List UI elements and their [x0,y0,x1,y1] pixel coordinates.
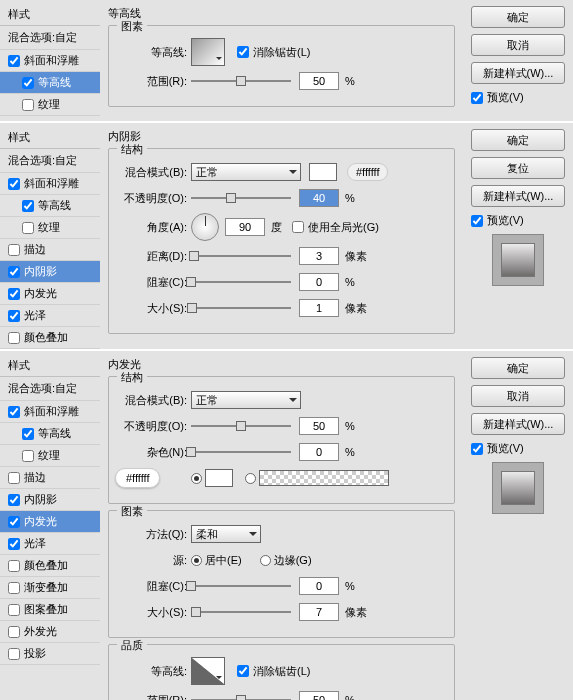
choke-slider[interactable] [191,275,291,289]
fieldset-structure: 结构 混合模式(B): 正常 #ffffff 不透明度(O): % 角度(A):… [108,148,455,334]
noise-input[interactable] [299,443,339,461]
preview-checkbox[interactable] [471,443,483,455]
choke-input[interactable] [299,273,339,291]
distance-input[interactable] [299,247,339,265]
size-slider[interactable] [191,301,291,315]
contour-picker[interactable] [191,657,225,685]
sidebar-item-pattern-overlay[interactable]: 图案叠加 [0,599,100,621]
new-style-button[interactable]: 新建样式(W)... [471,413,565,435]
style-sidebar: 样式 混合选项:自定 斜面和浮雕 等高线 纹理 描边 内阴影 内发光 光泽 颜色… [0,123,100,349]
choke-slider[interactable] [191,579,291,593]
size-input[interactable] [299,299,339,317]
opacity-slider[interactable] [191,191,291,205]
sidebar-item-satin[interactable]: 光泽 [0,533,100,555]
sidebar-item-texture[interactable]: 纹理 [0,217,100,239]
sidebar-item-contour[interactable]: 等高线 [0,423,100,445]
sidebar-item-texture[interactable]: 纹理 [0,445,100,467]
size-input[interactable] [299,603,339,621]
panel-contour: 样式 混合选项:自定 斜面和浮雕 等高线 纹理 等高线 图素 等高线: 消除锯齿… [0,0,573,123]
source-edge-radio[interactable] [260,555,271,566]
right-column: 确定 复位 新建样式(W)... 预览(V) [463,123,573,349]
preview-checkbox[interactable] [471,92,483,104]
cancel-button[interactable]: 取消 [471,385,565,407]
preview-thumb [492,462,544,514]
new-style-button[interactable]: 新建样式(W)... [471,62,565,84]
ok-button[interactable]: 确定 [471,129,565,151]
global-light-checkbox[interactable] [292,221,304,233]
sidebar-item-inner-shadow[interactable]: 内阴影 [0,489,100,511]
contour-picker[interactable] [191,38,225,66]
opacity-input[interactable] [299,417,339,435]
blend-mode-select[interactable]: 正常 [191,163,301,181]
panel-inner-shadow: 样式 混合选项:自定 斜面和浮雕 等高线 纹理 描边 内阴影 内发光 光泽 颜色… [0,123,573,351]
ok-button[interactable]: 确定 [471,357,565,379]
anti-alias-checkbox[interactable] [237,46,249,58]
sidebar-item-contour[interactable]: 等高线 [0,72,100,94]
new-style-button[interactable]: 新建样式(W)... [471,185,565,207]
blend-options[interactable]: 混合选项:自定 [0,26,100,50]
sidebar-item-bevel[interactable]: 斜面和浮雕 [0,173,100,195]
sidebar-item-stroke[interactable]: 描边 [0,239,100,261]
angle-input[interactable] [225,218,265,236]
opacity-slider[interactable] [191,419,291,433]
fieldset-elements: 图素 等高线: 消除锯齿(L) 范围(R): % [108,25,455,107]
sidebar-item-bevel[interactable]: 斜面和浮雕 [0,50,100,72]
color-hex-callout: #ffffff [347,163,388,181]
sidebar-item-stroke[interactable]: 描边 [0,467,100,489]
range-slider[interactable] [191,74,291,88]
choke-input[interactable] [299,577,339,595]
color-swatch[interactable] [309,163,337,181]
anti-alias-label[interactable]: 消除锯齿(L) [253,45,310,60]
main-inner-shadow: 内阴影 结构 混合模式(B): 正常 #ffffff 不透明度(O): % 角度… [100,123,463,349]
opacity-input[interactable] [299,189,339,207]
distance-slider[interactable] [191,249,291,263]
reset-button[interactable]: 复位 [471,157,565,179]
range-label: 范围(R): [119,74,191,89]
ok-button[interactable]: 确定 [471,6,565,28]
style-sidebar: 样式 混合选项:自定 斜面和浮雕 等高线 纹理 描边 内阴影 内发光 光泽 颜色… [0,351,100,700]
fieldset-structure: 结构 混合模式(B): 正常 不透明度(O): % 杂色(N): % #ffff… [108,376,455,504]
right-column: 确定 取消 新建样式(W)... 预览(V) [463,0,573,121]
sidebar-item-outer-glow[interactable]: 外发光 [0,621,100,643]
blend-mode-select[interactable]: 正常 [191,391,301,409]
main-contour: 等高线 图素 等高线: 消除锯齿(L) 范围(R): % [100,0,463,121]
source-center-radio[interactable] [191,555,202,566]
size-slider[interactable] [191,605,291,619]
sidebar-item-texture[interactable]: 纹理 [0,94,100,116]
sidebar-item-bevel[interactable]: 斜面和浮雕 [0,401,100,423]
right-column: 确定 取消 新建样式(W)... 预览(V) [463,351,573,700]
sidebar-item-drop-shadow[interactable]: 投影 [0,643,100,665]
section-title: 等高线 [108,4,455,25]
noise-slider[interactable] [191,445,291,459]
range-input[interactable] [299,691,339,700]
color-hex-callout: #ffffff [115,468,160,488]
sidebar-item-color-overlay[interactable]: 颜色叠加 [0,327,100,349]
gradient-radio[interactable] [245,473,256,484]
angle-dial[interactable] [191,213,219,241]
fieldset-quality: 品质 等高线: 消除锯齿(L) 范围(R): % 抖动(J): % [108,644,455,700]
sidebar-item-inner-glow[interactable]: 内发光 [0,511,100,533]
sidebar-item-inner-shadow[interactable]: 内阴影 [0,261,100,283]
gradient-picker[interactable] [259,470,389,486]
technique-select[interactable]: 柔和 [191,525,261,543]
sidebar-title: 样式 [0,4,100,26]
sidebar-item-grad-overlay[interactable]: 渐变叠加 [0,577,100,599]
color-swatch[interactable] [205,469,233,487]
sidebar-item-inner-glow[interactable]: 内发光 [0,283,100,305]
color-radio[interactable] [191,473,202,484]
contour-label: 等高线: [119,45,191,60]
style-sidebar: 样式 混合选项:自定 斜面和浮雕 等高线 纹理 [0,0,100,121]
range-slider[interactable] [191,693,291,700]
fieldset-elements: 图素 方法(Q): 柔和 源: 居中(E) 边缘(G) 阻塞(C): % 大小(… [108,510,455,638]
preview-checkbox[interactable] [471,215,483,227]
cancel-button[interactable]: 取消 [471,34,565,56]
anti-alias-checkbox[interactable] [237,665,249,677]
sidebar-item-contour[interactable]: 等高线 [0,195,100,217]
range-input[interactable] [299,72,339,90]
sidebar-item-satin[interactable]: 光泽 [0,305,100,327]
sidebar-item-color-overlay[interactable]: 颜色叠加 [0,555,100,577]
preview-thumb [492,234,544,286]
main-inner-glow: 内发光 结构 混合模式(B): 正常 不透明度(O): % 杂色(N): % #… [100,351,463,700]
panel-inner-glow: 样式 混合选项:自定 斜面和浮雕 等高线 纹理 描边 内阴影 内发光 光泽 颜色… [0,351,573,700]
